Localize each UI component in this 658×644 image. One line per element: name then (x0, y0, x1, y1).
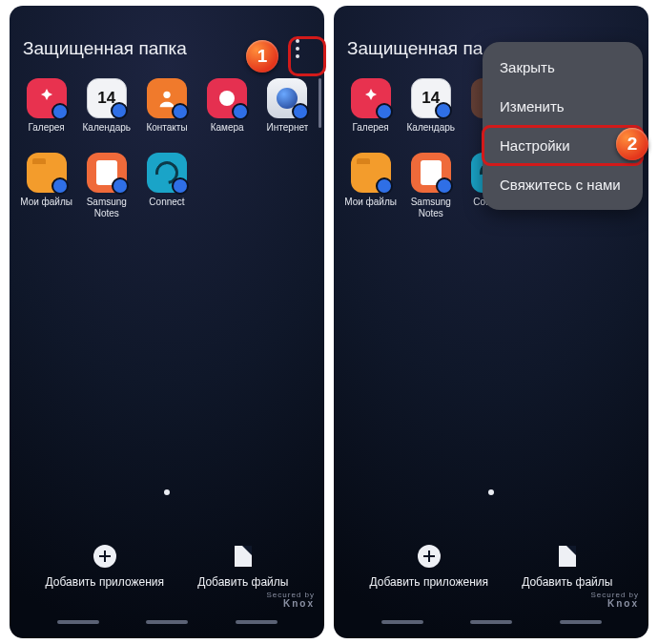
highlight-more-button (288, 36, 326, 76)
nav-bar (334, 612, 648, 633)
plus-circle-icon (418, 545, 441, 568)
app-label: Камера (211, 122, 244, 134)
app-label: Samsung Notes (78, 197, 135, 219)
nav-back[interactable] (236, 620, 278, 624)
action-label: Добавить приложения (370, 575, 488, 589)
menu-item-close[interactable]: Закрыть (483, 48, 643, 87)
calendar-icon: 14 (87, 78, 127, 118)
contacts-icon (147, 78, 187, 118)
app-gallery[interactable]: Галерея (17, 78, 75, 149)
overflow-menu: Закрыть Изменить Настройки Свяжитесь с н… (483, 42, 643, 210)
app-gallery[interactable]: Галерея (341, 78, 400, 149)
menu-item-contact-us[interactable]: Свяжитесь с нами (483, 165, 643, 204)
scrollbar[interactable] (319, 78, 321, 128)
nav-home[interactable] (146, 620, 188, 624)
nav-bar (10, 612, 324, 633)
app-label: Connect (149, 197, 184, 208)
nav-recent[interactable] (57, 620, 99, 624)
app-contacts[interactable]: Контакты (137, 78, 195, 149)
page-indicator (164, 489, 170, 495)
app-label: Галерея (352, 122, 388, 134)
gallery-icon (351, 78, 391, 118)
add-apps-button[interactable]: Добавить приложения (370, 543, 488, 589)
app-label: Календарь (83, 122, 131, 134)
app-connect[interactable]: Connect (137, 153, 195, 223)
app-my-files[interactable]: Мои файлы (17, 153, 75, 223)
phone-screen-right: Защищенная па Галерея 14 Календарь Мои ф… (334, 6, 648, 638)
app-my-files[interactable]: Мои файлы (341, 153, 400, 223)
knox-badge: Secured by Knox (267, 591, 315, 608)
plus-circle-icon (93, 545, 116, 568)
callout-1: 1 (246, 40, 278, 73)
action-label: Добавить приложения (46, 575, 164, 589)
nav-recent[interactable] (381, 620, 423, 624)
add-files-button[interactable]: Добавить файлы (197, 543, 288, 589)
camera-icon (207, 78, 247, 118)
page-title: Защищенная папка (23, 38, 187, 59)
calendar-icon: 14 (411, 78, 451, 118)
folder-icon (351, 153, 391, 193)
app-label: Мои файлы (20, 197, 72, 208)
page-indicator (488, 489, 494, 495)
app-calendar[interactable]: 14 Календарь (77, 78, 135, 149)
app-label: Контакты (146, 122, 187, 134)
add-apps-button[interactable]: Добавить приложения (46, 543, 164, 589)
app-label: Галерея (28, 122, 64, 134)
app-label: Мои файлы (344, 197, 397, 208)
nav-back[interactable] (560, 620, 602, 624)
folder-icon (27, 153, 67, 193)
knox-badge: Secured by Knox (591, 591, 639, 608)
gallery-icon (27, 78, 67, 118)
app-label: Интернет (267, 122, 309, 134)
phone-screen-left: Защищенная папка Галерея 14 Календарь (10, 6, 324, 638)
connect-icon (147, 153, 187, 193)
app-grid: Галерея 14 Календарь Контакты Камера Инт… (10, 74, 324, 223)
globe-icon (267, 78, 307, 118)
app-samsung-notes[interactable]: Samsung Notes (77, 153, 135, 223)
action-label: Добавить файлы (197, 575, 288, 589)
add-files-button[interactable]: Добавить файлы (522, 543, 612, 589)
file-icon (235, 546, 252, 567)
page-title: Защищенная па (347, 38, 483, 59)
callout-2: 2 (616, 128, 648, 160)
menu-item-edit[interactable]: Изменить (483, 87, 643, 126)
file-icon (559, 546, 576, 567)
app-samsung-notes[interactable]: Samsung Notes (401, 153, 460, 223)
app-camera[interactable]: Камера (198, 78, 257, 149)
app-label: Samsung Notes (402, 197, 460, 219)
action-label: Добавить файлы (522, 575, 612, 589)
notes-icon (87, 153, 127, 193)
app-label: Календарь (407, 122, 455, 134)
notes-icon (411, 153, 451, 193)
app-calendar[interactable]: 14 Календарь (401, 78, 460, 149)
svg-point-0 (163, 92, 170, 98)
nav-home[interactable] (470, 620, 512, 624)
app-internet[interactable]: Интернет (258, 78, 317, 149)
